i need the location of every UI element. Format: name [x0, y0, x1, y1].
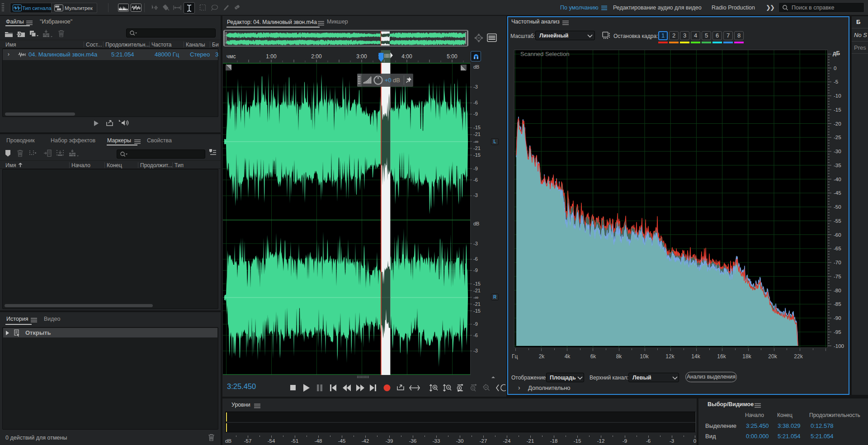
- svg-text:-36: -36: [409, 438, 417, 444]
- svg-text:-9: -9: [623, 438, 627, 444]
- svg-text:-21: -21: [473, 288, 481, 293]
- svg-text:Гц: Гц: [512, 353, 518, 360]
- svg-text:-55: -55: [834, 218, 841, 224]
- svg-text:-6: -6: [646, 438, 651, 444]
- svg-text:4:00: 4:00: [401, 53, 412, 60]
- svg-text:2k: 2k: [539, 353, 545, 360]
- svg-text:-24: -24: [503, 438, 511, 444]
- svg-text:-15: -15: [834, 107, 841, 112]
- svg-text:-85: -85: [834, 301, 841, 307]
- svg-text:6k: 6k: [590, 353, 597, 360]
- svg-text:8k: 8k: [616, 353, 623, 360]
- svg-text:-35: -35: [834, 163, 841, 168]
- svg-text:-39: -39: [386, 438, 393, 444]
- svg-text:-3: -3: [473, 192, 478, 198]
- svg-text:-15: -15: [473, 308, 481, 314]
- svg-text:-95: -95: [834, 329, 841, 335]
- svg-text:5:00: 5:00: [447, 53, 458, 60]
- svg-text:-15: -15: [574, 438, 581, 444]
- svg-text:-6: -6: [473, 256, 478, 262]
- svg-text:-∞: -∞: [473, 295, 479, 300]
- svg-text:-6: -6: [473, 333, 478, 338]
- svg-text:-21: -21: [527, 438, 534, 444]
- svg-text:-10: -10: [834, 93, 841, 98]
- svg-text:-48: -48: [315, 438, 322, 444]
- svg-text:-50: -50: [834, 204, 841, 210]
- svg-text:чмс: чмс: [226, 53, 236, 60]
- svg-text:-25: -25: [834, 135, 841, 140]
- svg-text:20k: 20k: [768, 353, 777, 360]
- svg-text:-65: -65: [834, 246, 841, 251]
- svg-text:-15: -15: [473, 281, 481, 286]
- svg-text:-42: -42: [362, 438, 369, 444]
- svg-text:-6: -6: [473, 100, 478, 105]
- svg-text:дБ: дБ: [833, 50, 840, 56]
- svg-text:-45: -45: [834, 190, 841, 196]
- svg-text:14k: 14k: [691, 353, 700, 360]
- svg-text:1:00: 1:00: [266, 53, 277, 60]
- svg-text:4k: 4k: [565, 353, 571, 360]
- svg-text:-12: -12: [597, 438, 605, 444]
- svg-text:-54: -54: [268, 438, 275, 444]
- svg-text:-75: -75: [834, 274, 841, 279]
- svg-text:-15: -15: [473, 152, 481, 158]
- svg-text:10k: 10k: [640, 353, 649, 360]
- svg-text:-9: -9: [473, 321, 478, 327]
- svg-text:-45: -45: [338, 438, 346, 444]
- svg-text:dB: dB: [225, 438, 231, 444]
- svg-text:16k: 16k: [717, 353, 726, 360]
- svg-text:-21: -21: [473, 301, 481, 307]
- svg-text:0: 0: [693, 438, 696, 444]
- svg-text:-9: -9: [473, 166, 478, 171]
- svg-text:-18: -18: [550, 438, 558, 444]
- svg-text:-6: -6: [473, 177, 478, 183]
- svg-text:-40: -40: [834, 177, 841, 182]
- svg-text:-33: -33: [433, 438, 440, 444]
- svg-text:Scanned Selection: Scanned Selection: [520, 51, 569, 57]
- svg-text:-9: -9: [473, 111, 478, 117]
- svg-text:22k: 22k: [794, 353, 803, 360]
- svg-text:-60: -60: [834, 232, 841, 238]
- svg-text:-20: -20: [834, 121, 841, 126]
- svg-text:0: 0: [834, 66, 836, 71]
- svg-text:-3: -3: [473, 241, 478, 246]
- svg-text:-80: -80: [834, 288, 841, 293]
- svg-text:18k: 18k: [742, 353, 751, 360]
- svg-text:-51: -51: [291, 438, 299, 444]
- svg-text:-3: -3: [473, 348, 478, 353]
- svg-text:3:00: 3:00: [356, 53, 367, 60]
- svg-text:-90: -90: [834, 315, 841, 321]
- svg-text:-57: -57: [244, 438, 252, 444]
- svg-text:2:00: 2:00: [311, 53, 322, 60]
- svg-text:dB: dB: [473, 221, 479, 226]
- svg-text:-15: -15: [473, 125, 481, 130]
- svg-text:-70: -70: [834, 260, 841, 265]
- svg-text:-30: -30: [834, 149, 841, 154]
- svg-text:dB: dB: [473, 64, 479, 70]
- svg-text:-21: -21: [473, 131, 481, 137]
- svg-text:-21: -21: [473, 145, 481, 151]
- svg-text:-∞: -∞: [473, 139, 479, 144]
- svg-text:-9: -9: [473, 267, 478, 273]
- svg-text:-3: -3: [473, 84, 478, 89]
- svg-text:-27: -27: [480, 438, 487, 444]
- svg-text:-30: -30: [456, 438, 464, 444]
- svg-text:12k: 12k: [665, 353, 675, 360]
- svg-text:-3: -3: [670, 438, 674, 444]
- svg-text:-5: -5: [834, 79, 838, 84]
